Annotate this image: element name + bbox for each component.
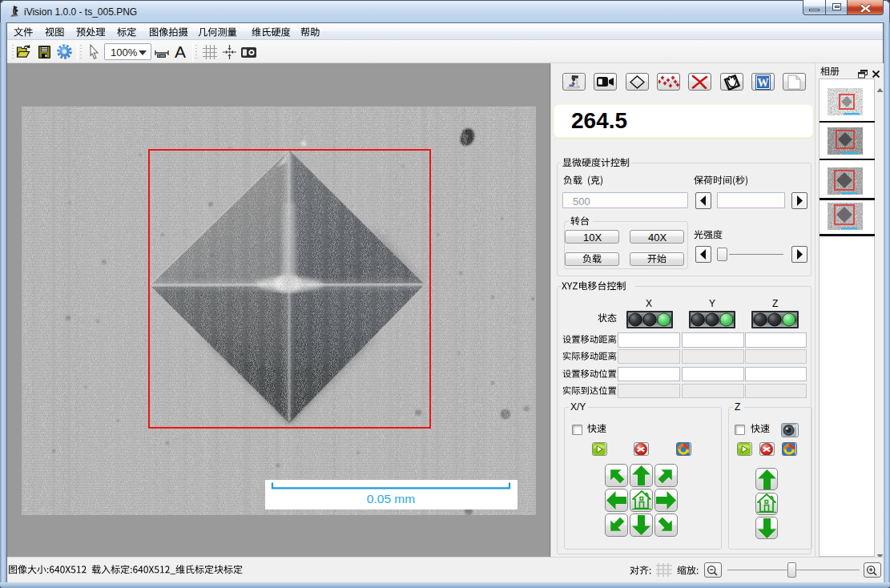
svg-text:0.05 mm: 0.05 mm [367, 492, 415, 505]
svg-text:5 mm: 5 mm [158, 54, 165, 58]
svg-text:W: W [757, 76, 768, 88]
